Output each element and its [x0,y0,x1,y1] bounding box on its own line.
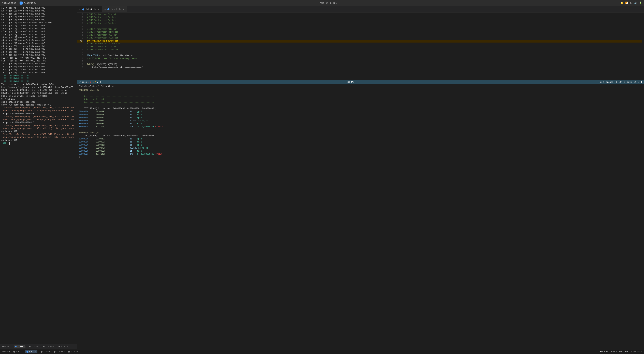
tab-status-nvim[interactable]: 4 nvim [68,351,78,353]
tab-status-rtl[interactable]: 0 rtl [13,351,22,353]
battery-icon: 🔋 [639,2,642,5]
list-item: uctions = 601 [1,130,76,133]
list-item: TEST_RR_OP( 3, mulhsu, 0x00000000, 0x000… [79,134,642,137]
list-item: at pc = 0x00000000800004c8 [1,112,76,115]
tab-rtl[interactable]: 0 rtl [1,345,12,348]
list-item: a1 -> gpr[11] ==> ref: 0x0, mcu: 0x0 [1,13,76,16]
dot-rtl [13,351,15,353]
label-diff: 1 diff [29,351,36,353]
list-item: !!!!!!!!! Match !!!!!!!!! [1,77,76,80]
editor-split: 87654 3212 91 12345 6789 # IMG ?=riscvte… [77,13,644,349]
tab-notes[interactable]: 3 notes [42,345,55,348]
label-nvim: 4 nvim [70,351,78,353]
code-lines: # IMG ?=riscvtest/lhu.bin # IMG ?=riscvt… [85,13,644,80]
list-item [87,60,642,63]
status-branch: ⎇ main ⊘ 0 △ 0 ▲ 0 [79,81,101,84]
tab-dot-wave [29,346,30,347]
list-item: t5 -> gpr[30] ==> ref: 0x0, mcu: 0x0 [1,68,76,71]
list-item: t4 -> gpr[29] ==> ref: 0x0, mcu: 0x0 [1,66,76,68]
list-item: (npc) [1,142,76,145]
line-numbers: 87654 3212 91 12345 6789 [77,13,85,80]
highlighted-line: IMG ?=riscvtest/mulhsu.bin [87,40,642,43]
topbar: Activities Alacritty Aug 14 17:51 🔔 📶 ⬡ … [0,0,644,6]
list-item [79,92,642,95]
list-item: a6 -> gpr[16] ==> ref: 0x0, mcu: 0x0 [1,27,76,30]
list-item: a7 -> gpr[17] ==> ref: 0x0, mcu: 0x0 [1,30,76,33]
tab-label-2: Makefile [111,8,121,11]
tab-close-2[interactable]: ✕ [123,8,125,11]
list-item: [/home/fujie/Developer/git_repos/FAST_IN… [1,124,76,127]
volume-icon: 🔊 [634,2,637,5]
list-item: s1 -> gpr[9] ==> ref: 0x0, mcu: 0x0 [1,7,76,10]
editor-pane: 1. Makefile ✕ 2. Makefile ✕ 87654 3212 9… [77,6,644,349]
tab-close-1[interactable]: ✕ [98,8,100,11]
tab-makefile-1[interactable]: 1. Makefile ✕ [77,6,102,12]
list-item: dut regfiles after exec_once: [1,101,76,104]
tab-wave[interactable]: 2 wave [28,345,40,348]
list-item [79,128,642,131]
list-item: ion/csrc/npc_cpu/npc_exec.c:169 npc_exec… [1,110,76,112]
tab-nvim[interactable]: 4 nvim [58,345,69,348]
dot-nvim [68,351,70,353]
tab-num-1: 1. [79,9,81,11]
list-item: # IMG ?=riscvtest/mulh.bin [87,37,642,40]
list-item: t3 -> gpr[28] ==> ref: 0x0, mcu: 0x0 [1,62,76,65]
alacritty-icon [20,2,22,5]
terminal-output-area: 80000000 <test_2>: #--------------------… [77,88,644,349]
list-item: # Arithmetic tests [79,98,642,101]
list-item: ARGS_DIFF = --diff=so/riscv32-spike-so [87,54,642,57]
topbar-right: 🔔 📶 ⬡ 🔊 🔋 [620,2,642,5]
filetype: make [627,81,632,83]
cursor-block: ▐ [641,81,642,83]
list-item: 80000018 <test_3>: [79,131,642,134]
list-item: ion/csrc/npc_cpu/npc_exec.c:146 statisti… [1,127,76,130]
list-item: # IMG ?=riscvtest/rem.bin [87,45,642,48]
list-item [79,104,642,107]
code-editor[interactable]: 87654 3212 91 12345 6789 # IMG ?=riscvte… [77,13,644,80]
editor-tab-bar: 1. Makefile ✕ 2. Makefile ✕ [77,6,644,13]
terminal-output: s1 -> gpr[9] ==> ref: 0x0, mcu: 0x0 a0 -… [0,6,77,344]
list-item: # IMG ?=riscvtest/sb.bin [87,16,642,19]
storage-stat: ↑ 5M main [631,351,642,353]
day-label: monday [2,350,10,353]
list-item: at pc = 0x00000000800004c8 [1,121,76,124]
cpu-label: CPU [599,351,603,353]
tab-status-diff[interactable]: 1 diff [25,350,38,353]
warn-count: △ 0 [92,81,96,84]
encoding: utf-8 [619,81,625,83]
bottom-status-bar: monday 0 rtl 1 diff 2 wave 3 notes 4 nvi… [0,349,644,354]
list-item: s4 -> gpr[20] ==> ref: 0x0, mcu: 0x0 [1,39,76,42]
list-item: s3 -> gpr[19] ==> ref: 0x0, mcu: 0x0 [1,36,76,39]
list-item: C--> EBREAK [1,98,76,101]
tab-makefile-2[interactable]: 2. Makefile ✕ [102,6,127,12]
list-item: s5 -> gpr[21] ==> ref: 0x0, mcu: 0x0 [1,42,76,45]
list-item: # IMG ?=riscvtest/mulhu.bin [87,43,642,45]
tab-status-wave[interactable]: 2 wave [41,351,50,353]
list-item: # IMG ?=riscvtest/mul.bin [87,34,642,37]
list-item: 8000002c: 48771e63 bne a4,t2,800004c8 <f… [79,153,642,156]
list-item: uctions = 601 [1,139,76,142]
vim-mode: -- NORMAL -- [104,81,598,83]
app-launcher: Alacritty [20,2,36,5]
list-item: s6 -> gpr[22] ==> ref: 0x0, mcu: 0x0 [1,45,76,48]
list-item: s2 -> gpr[18] ==> ref: 0x0, mcu: 0x0 [1,33,76,36]
tab-dot-rtl [2,346,4,347]
tab-status-notes[interactable]: 3 notes [54,351,64,353]
topbar-left: Activities Alacritty [2,2,36,5]
list-item: a5 -> gpr[15] ==> ref: 0x0, mcu: 0x0 [1,24,76,27]
list-item: don't run difftest, because commit_en = … [1,104,76,106]
list-item: 80000018: 00300193 li gp,3 [79,137,642,140]
tab-diff[interactable]: 1 diff [14,345,26,348]
list-item: 80000004: 00000093 li ra,0 [79,113,642,116]
list-item: 80000000 <test_2>: [79,89,642,92]
buffer-num: ■ 2 [600,81,604,83]
list-item: s10 -> gpr[26] ==> ref: 0x0, mcu: 0x0 [1,57,76,60]
hint-count: ▲ 0 [97,81,101,83]
list-item: # ARGS_DIFF = --diff=/so/riscv64-spike-s… [87,57,642,60]
activities-button[interactable]: Activities [2,2,16,5]
list-item: $(BIN): $(VSRCS) $(CSRCS) [87,63,642,66]
list-item: ion/csrc/npc_cpu/npc_exec.c:146 statisti… [1,136,76,139]
branch-name: main [82,81,87,83]
bell-icon: 🔔 [620,2,623,5]
left-terminal-pane: s1 -> gpr[9] ==> ref: 0x0, mcu: 0x0 a0 -… [0,6,77,349]
